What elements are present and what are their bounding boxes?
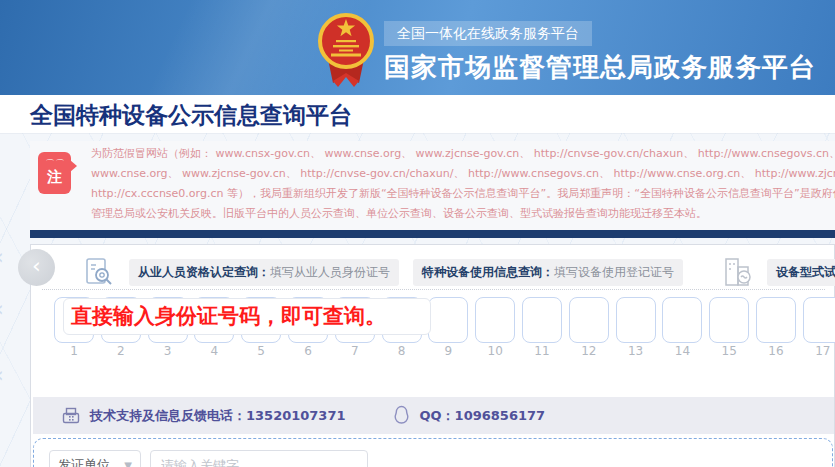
page-title-strip: 全国特种设备公示信息查询平台 [0,95,835,134]
id-digit-box-17[interactable] [803,297,835,343]
notice-line: 管理总局或公安机关反映。旧版平台中的人员公示查询、单位公示查询、设备公示查询、型… [91,204,835,224]
id-digit-box-9[interactable] [428,297,468,343]
query-card: ‹ 从业人员资格认定查询：填写从业人员身份证号 特种设备使用信息查询：填写设备使… [30,244,835,467]
tab-hint: 填写从业人员身份证号 [270,265,390,279]
platform-subtitle-banner: 全国一体化在线政务服务平台 [384,21,592,46]
issuing-unit-select[interactable]: 发证单位 ▼ [49,450,141,467]
digit-number: 9 [428,344,468,358]
digit-number: 16 [756,344,796,358]
id-digit-box-11[interactable] [522,297,562,343]
notice-line: 为防范假冒网站（例如： www.cnsx-gov.cn、 www.cnse.or… [91,144,835,164]
digit-number: 6 [288,344,328,358]
person-query-panel: 发证单位 ▼ [33,438,833,467]
digit-number: 10 [475,344,515,358]
digit-number: 17 [803,344,835,358]
id-digit-box-12[interactable] [569,297,609,343]
id-digit-box-10[interactable] [475,297,515,343]
id-digit-box-16[interactable] [756,297,796,343]
page-title: 全国特种设备公示信息查询平台 [30,100,352,131]
building-icon [723,255,753,289]
tab-label: 设备型式试验报告和证书查询： [776,265,835,279]
support-bar: 技术支持及信息反馈电话：13520107371 QQ：1096856177 [33,397,834,434]
document-search-icon [83,256,115,288]
section-divider-bar [30,230,835,238]
digit-number: 13 [616,344,656,358]
id-digit-box-13[interactable] [616,297,656,343]
digit-number: 11 [522,344,562,358]
tab-label: 特种设备使用信息查询： [422,265,554,279]
digit-number: 7 [335,344,375,358]
qq-icon [392,405,411,426]
digit-number: 4 [194,344,234,358]
site-header: 全国一体化在线政务服务平台 国家市场监督管理总局政务服务平台 [0,0,835,95]
digit-number: 1 [54,344,94,358]
anti-fake-notice: ⌒ ⌒ 注 为防范假冒网站（例如： www.cnsx-gov.cn、 www.c… [30,141,835,230]
decorative-chevron: ‹ [0,250,4,264]
note-badge-label: 注 [38,169,71,185]
digit-number: 5 [241,344,281,358]
digit-number: 2 [101,344,141,358]
query-tab-row: 从业人员资格认定查询：填写从业人员身份证号 特种设备使用信息查询：填写设备使用登… [31,252,835,292]
id-digit-box-15[interactable] [709,297,749,343]
fax-phone-icon [61,406,81,426]
tab-equipment-usage-query[interactable]: 特种设备使用信息查询：填写设备使用登记证号 [413,259,683,286]
issuing-unit-select-value: 发证单位 [58,456,110,467]
id-digit-box-14[interactable] [662,297,702,343]
tab-personnel-query[interactable]: 从业人员资格认定查询：填写从业人员身份证号 [129,259,399,286]
chevron-down-icon: ▼ [124,460,132,467]
decorative-chevron: ‹ [0,368,4,382]
digit-number: 12 [569,344,609,358]
digit-number: 15 [709,344,749,358]
id-input-hint: 直接输入身份证号码，即可查询。 [63,298,431,335]
keyword-input[interactable] [150,450,368,467]
tab-hint: 填写设备使用登记证号 [554,265,674,279]
digit-number: 14 [662,344,702,358]
decorative-chevron: ‹ [0,302,4,316]
tab-type-test-report-query[interactable]: 设备型式试验报告和证书查询：填写 [767,259,835,286]
note-badge-icon: ⌒ ⌒ 注 [38,152,71,194]
notice-line: www.cnse.org、 www.zjcnse-gov.cn、 http://… [91,164,835,184]
support-phone-text: 技术支持及信息反馈电话：13520107371 [90,407,346,425]
dotted-separator [42,289,825,290]
national-emblem-icon [316,7,376,89]
notice-line: http://cx.cccnse0.org.cn 等），我局重新组织开发了新版“… [91,184,835,204]
digit-number: 8 [382,344,422,358]
notice-text: 为防范假冒网站（例如： www.cnsx-gov.cn、 www.cnse.or… [91,144,835,224]
digit-number: 3 [148,344,188,358]
site-title: 国家市场监督管理总局政务服务平台 [384,50,816,85]
tab-label: 从业人员资格认定查询： [138,265,270,279]
support-qq-text: QQ：1096856177 [420,407,546,425]
